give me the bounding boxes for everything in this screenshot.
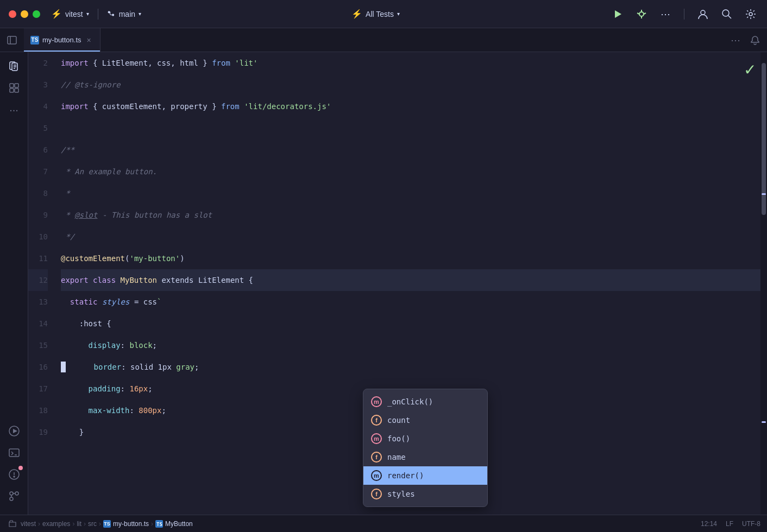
breadcrumb: vitest › examples › lit › src › TS my-bu…: [21, 520, 699, 528]
autocomplete-item-render[interactable]: m render(): [363, 466, 487, 485]
breadcrumb-sep-4: ›: [99, 520, 101, 528]
code-line-10: */: [61, 226, 760, 248]
project-icon: ⚡: [51, 9, 62, 19]
cursor-indicator: [61, 362, 66, 372]
autocomplete-popup: m _onClick() f count m foo() f name m re…: [363, 389, 488, 507]
project-chevron-icon: ▾: [86, 11, 89, 17]
status-bar: vitest › examples › lit › src › TS my-bu…: [0, 515, 767, 532]
scrollbar-thumb: [762, 63, 766, 215]
debug-button[interactable]: [634, 7, 649, 22]
field-icon-styles: f: [371, 489, 382, 499]
ts-icon: TS: [30, 36, 39, 45]
maximize-button[interactable]: [33, 10, 40, 18]
autocomplete-label-styles: styles: [387, 490, 415, 498]
search-button[interactable]: [719, 7, 734, 22]
autocomplete-item-count[interactable]: f count: [363, 411, 487, 429]
code-line-9: * @slot - This button has a slot: [61, 204, 760, 226]
grid-icon: [8, 82, 20, 94]
run-tests-button[interactable]: [610, 7, 625, 22]
line-numbers: 2 3 4 5 6 7 8 9 10 11 12 13 14 15 16 17 …: [28, 52, 56, 515]
terminal-icon: [8, 447, 20, 459]
svg-point-7: [722, 10, 729, 16]
svg-rect-14: [10, 84, 14, 87]
all-tests-button[interactable]: ⚡ All Tests ▾: [351, 9, 400, 19]
autocomplete-item-onclick[interactable]: m _onClick(): [363, 392, 487, 411]
status-bar-right: 12:14 LF UTF-8: [701, 520, 760, 528]
sidebar-item-terminal[interactable]: [4, 443, 24, 463]
method-icon-onclick: m: [371, 396, 382, 407]
autocomplete-label-render: render(): [387, 471, 424, 480]
tab-bar: TS my-button.ts × ⋯: [0, 28, 767, 52]
code-line-12: export class MyButton extends LitElement…: [61, 269, 760, 291]
autocomplete-label-count: count: [387, 416, 410, 425]
breadcrumb-sep-1: ›: [38, 520, 40, 528]
divider-2: [684, 9, 684, 20]
folder-icon: [9, 520, 16, 528]
breadcrumb-filename: my-button.ts: [113, 520, 149, 528]
title-bar: ⚡ vitest ▾ main ▾ ⚡ All Tests ▾: [0, 0, 767, 28]
scrollbar-mark-2: [762, 421, 766, 423]
svg-point-23: [14, 476, 15, 477]
code-line-6: /**: [61, 139, 760, 161]
all-tests-label: All Tests: [366, 10, 394, 18]
left-sidebar: ···: [0, 52, 28, 515]
svg-line-8: [728, 15, 732, 18]
autocomplete-item-name[interactable]: f name: [363, 448, 487, 466]
main-content: ···: [0, 52, 767, 515]
sidebar-item-errors[interactable]: [4, 465, 24, 484]
code-line-16: border: solid 1px gray;: [61, 356, 760, 378]
scrollbar-track[interactable]: [760, 52, 767, 515]
status-folder[interactable]: [7, 520, 18, 528]
breadcrumb-sep-2: ›: [72, 520, 74, 528]
tab-close-button[interactable]: ×: [85, 36, 93, 45]
more-options-button[interactable]: ⋯: [658, 7, 673, 22]
breadcrumb-src: src: [88, 520, 97, 528]
svg-rect-16: [10, 88, 14, 92]
sidebar-toggle-button[interactable]: [4, 33, 20, 48]
field-icon-name: f: [371, 452, 382, 463]
autocomplete-item-styles[interactable]: f styles: [363, 485, 487, 503]
sidebar-item-more[interactable]: ···: [4, 100, 24, 119]
status-encoding[interactable]: UTF-8: [742, 520, 760, 528]
minimize-button[interactable]: [21, 10, 28, 18]
close-button[interactable]: [9, 10, 16, 18]
error-badge: [18, 466, 23, 470]
svg-rect-15: [15, 84, 18, 87]
play-icon: [612, 9, 623, 20]
code-line-11: @customElement('my-button'): [61, 248, 760, 269]
method-icon-render: m: [371, 470, 382, 481]
status-line-ending[interactable]: LF: [726, 520, 733, 528]
all-tests-chevron-icon: ▾: [397, 11, 400, 17]
code-editor[interactable]: ✓ 2 3 4 5 6 7 8 9 10 11 12 13 14 15 16 1…: [28, 52, 767, 515]
search-icon: [721, 8, 733, 20]
traffic-lights: [9, 10, 40, 18]
tab-more-button[interactable]: ⋯: [728, 33, 743, 48]
sidebar-item-files[interactable]: [4, 56, 24, 76]
user-icon: [697, 8, 709, 20]
lightning-icon: ⚡: [351, 9, 362, 19]
sidebar-item-source-control[interactable]: [4, 486, 24, 506]
svg-point-24: [10, 492, 13, 495]
sidebar-icon: [7, 35, 17, 45]
file-tab[interactable]: TS my-button.ts ×: [24, 28, 100, 52]
project-selector[interactable]: ⚡ vitest ▾: [51, 9, 89, 19]
autocomplete-label-name: name: [387, 453, 406, 461]
tab-filename: my-button.ts: [42, 36, 81, 44]
svg-rect-20: [9, 449, 19, 457]
settings-button[interactable]: [743, 7, 758, 22]
branch-chevron-icon: ▾: [139, 11, 141, 17]
source-control-icon: [8, 490, 20, 502]
code-line-13: static styles = css`: [61, 291, 760, 313]
breadcrumb-class-icon: TS: [155, 520, 163, 528]
code-line-3: // @ts-ignore: [61, 74, 760, 96]
autocomplete-item-foo[interactable]: m foo(): [363, 429, 487, 448]
sidebar-item-run[interactable]: [4, 421, 24, 441]
user-button[interactable]: [695, 7, 711, 22]
notifications-button[interactable]: [747, 33, 763, 48]
breadcrumb-examples: examples: [42, 520, 70, 528]
sidebar-item-explorer[interactable]: [4, 78, 24, 98]
branch-selector[interactable]: main ▾: [107, 10, 141, 18]
field-icon-count: f: [371, 415, 382, 426]
files-icon: [8, 60, 20, 72]
code-line-4: import { customElement, property } from …: [61, 96, 760, 117]
